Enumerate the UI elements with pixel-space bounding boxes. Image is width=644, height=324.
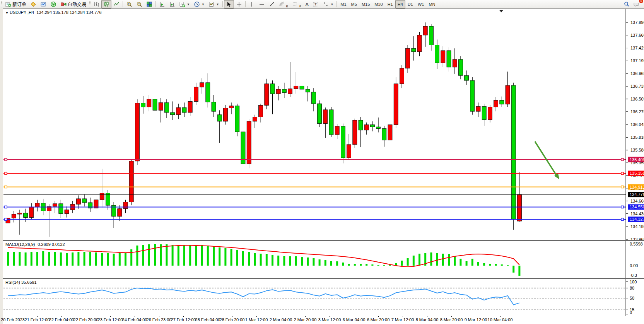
dropdown-arrow-icon: ▼ (187, 3, 190, 6)
time-axis-label: 27 Feb 12:00 (171, 317, 196, 322)
macd-histogram-bar (231, 249, 232, 266)
candle-chart-mode-button[interactable] (101, 0, 111, 9)
step-back-button[interactable] (157, 0, 167, 9)
zoom-in-button[interactable] (124, 0, 134, 9)
history-center-button[interactable] (28, 0, 38, 9)
price-line-handle[interactable] (5, 218, 7, 220)
market-watch-icon (40, 1, 46, 7)
tile-windows-button[interactable] (144, 0, 154, 9)
price-line-handle[interactable] (621, 206, 624, 208)
timeframe-mn[interactable]: MN (426, 0, 437, 9)
candle-body (35, 203, 39, 207)
fibonacci-tool-button[interactable]: E (277, 0, 290, 9)
macd-histogram-bar (60, 252, 62, 266)
candle-body (382, 128, 386, 140)
autotrade-button[interactable]: 自动交易 (58, 0, 88, 9)
price-axis-label: 134.660 (630, 199, 644, 203)
macd-histogram-bar (272, 255, 273, 266)
price-line-handle[interactable] (5, 186, 7, 188)
timeframe-m1[interactable]: M1 (338, 0, 348, 9)
macd-scale-label: 0.5598 (630, 242, 643, 246)
price-line-handle[interactable] (621, 159, 624, 161)
fibonacci-icon (279, 1, 285, 7)
price-line-tag-value: 135.158 (630, 171, 644, 176)
time-axis-label: 20 Feb 2023 (1, 317, 25, 322)
main-chart-panel[interactable]: ▼ USDJPY-,H4 134.294 135.178 134.284 134… (3, 9, 644, 240)
candle-body (270, 84, 275, 94)
price-axis-label: 137.890 (630, 20, 644, 25)
arrows-tool-button[interactable]: ▼ (321, 0, 335, 9)
text-tool-button[interactable]: A (303, 0, 311, 9)
timeframe-w1[interactable]: W1 (415, 0, 427, 9)
time-axis-tick (61, 316, 62, 317)
time-axis-label: 1 Mar 12:00 (245, 317, 268, 322)
new-order-button[interactable]: 新订单 (3, 0, 28, 9)
time-axis-tick (86, 316, 86, 317)
macd-histogram-bar (42, 251, 44, 266)
bar-chart-mode-button[interactable] (91, 0, 101, 9)
macd-title: MACD(12,26,9) (5, 242, 35, 247)
periods-button[interactable]: ▼ (192, 0, 207, 9)
macd-label: MACD(12,26,9) -0.2609 0.0132 (5, 242, 65, 247)
toolbar-grip[interactable] (89, 1, 91, 7)
price-axis-label: 135.810 (630, 135, 644, 140)
timeframe-m5[interactable]: M5 (349, 0, 359, 9)
text-label-icon: T (313, 1, 319, 7)
time-axis[interactable]: 20 Feb 202321 Feb 12:0022 Feb 04:0022 Fe… (3, 316, 644, 324)
price-line-handle[interactable] (621, 186, 624, 188)
timeframe-d1[interactable]: D1 (405, 0, 415, 9)
price-line-handle[interactable] (621, 172, 624, 174)
candle-body (106, 193, 110, 205)
collapse-triangle-icon[interactable]: ▼ (5, 11, 9, 15)
macd-histogram-bar (95, 252, 97, 266)
notifications-button[interactable]: 1 (632, 0, 642, 9)
timeframe-m30[interactable]: M30 (372, 0, 385, 9)
horizontal-line-tool-button[interactable] (257, 0, 267, 9)
indicators-button[interactable]: ▼ (207, 0, 221, 9)
market-watch-button[interactable] (38, 0, 48, 9)
new-chart-button[interactable]: ▼ (177, 0, 192, 9)
toolbar-grip[interactable] (1, 1, 2, 7)
rsi-scale-label: 50 (630, 296, 634, 300)
price-line-handle[interactable] (5, 172, 7, 174)
search-button[interactable] (622, 0, 632, 9)
macd-panel[interactable]: MACD(12,26,9) -0.2609 0.0132 0.55980.00-… (3, 240, 644, 278)
vertical-line-tool-button[interactable] (247, 0, 257, 9)
price-line-handle[interactable] (5, 159, 7, 161)
price-line-handle[interactable] (5, 206, 7, 208)
timeframe-h1[interactable]: H1 (385, 0, 395, 9)
rsi-scale-label: 100 (630, 280, 637, 284)
macd-histogram-bar (36, 252, 38, 266)
time-axis-tick (208, 316, 208, 317)
crosshair-tool-button[interactable] (234, 0, 244, 9)
macd-histogram-bar (360, 264, 362, 266)
dropdown-arrow-icon: ▼ (216, 3, 219, 6)
clock-icon (194, 1, 200, 7)
cursor-tool-button[interactable] (224, 0, 234, 9)
annotation-arrow[interactable] (535, 142, 557, 176)
price-line-handle[interactable] (621, 218, 624, 220)
macd-histogram-bar (413, 256, 415, 266)
main-toolbar: 新订单 自动交易 (0, 0, 644, 9)
timeframe-m15[interactable]: M15 (359, 0, 372, 9)
text-label-tool-button[interactable]: T (311, 0, 321, 9)
timeframe-h4[interactable]: H4 (395, 0, 405, 9)
line-chart-mode-button[interactable] (111, 0, 121, 9)
candlestick-chart[interactable]: 137.890137.660137.425137.195136.965136.7… (3, 9, 644, 240)
rsi-panel[interactable]: RSI(14) 35.6591 1008050150 (3, 278, 644, 316)
candle-body (200, 83, 204, 87)
chat-bubble-icon (634, 1, 640, 7)
time-axis-label: 28 Feb 04:00 (195, 317, 220, 322)
candle-body (159, 102, 163, 110)
candle-body (123, 202, 128, 209)
macd-histogram-bar (489, 264, 491, 266)
step-forward-button[interactable] (167, 0, 177, 9)
chart-shift-marker-icon[interactable] (499, 10, 503, 12)
grid-tool-button[interactable]: F (290, 0, 303, 9)
price-axis-label: 136.275 (630, 109, 644, 114)
time-axis-label: 2 Mar 20:00 (294, 317, 317, 322)
zoom-out-button[interactable] (134, 0, 144, 9)
trendline-tool-button[interactable] (267, 0, 277, 9)
macd-histogram-bar (148, 244, 150, 266)
signals-button[interactable] (48, 0, 58, 9)
